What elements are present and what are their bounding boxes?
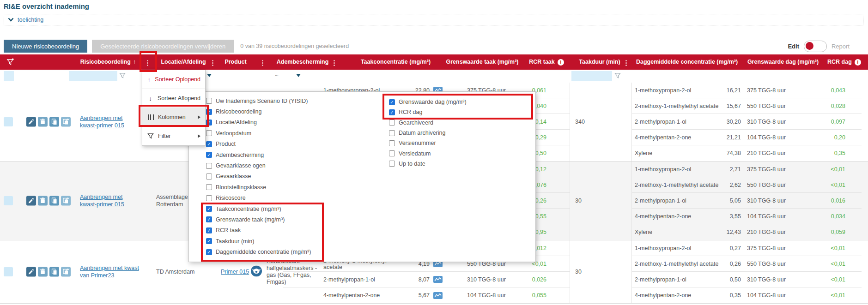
filter-input-taakduur[interactable] <box>571 71 612 81</box>
column-menu-icon[interactable] <box>334 60 335 61</box>
column-menu-icon[interactable] <box>262 60 263 61</box>
edit-icon[interactable] <box>26 117 36 127</box>
checkbox-checked-icon[interactable]: ✓ <box>206 227 212 233</box>
edit-icon[interactable] <box>26 267 36 277</box>
toelichting-collapsible[interactable]: toelichting <box>4 14 863 25</box>
column-header-locatie-afdeling[interactable]: Locatie/Afdeling <box>149 54 218 70</box>
edit-report-toggle[interactable] <box>804 41 827 52</box>
checkbox-checked-icon[interactable]: ✓ <box>206 120 212 126</box>
filter-dropdown-locatie[interactable] <box>207 74 212 77</box>
delete-icon[interactable] <box>38 117 48 127</box>
column-toggle-grenswaarde-taak-mg-m-[interactable]: ✓Grenswaarde taak (mg/m³) <box>206 214 311 225</box>
header-filter-icon[interactable] <box>6 58 14 67</box>
column-toggle-locatie-afdeling[interactable]: ✓Locatie/Afdeling <box>206 117 311 128</box>
column-toggle-verloopdatum[interactable]: Verloopdatum <box>206 128 311 138</box>
column-toggle-rcr-dag[interactable]: ✓RCR dag <box>389 107 467 117</box>
checkbox-unchecked-icon[interactable] <box>389 140 395 146</box>
column-menu-icon[interactable] <box>212 60 213 61</box>
checkbox-checked-icon[interactable]: ✓ <box>206 238 212 244</box>
column-header-risicobeoordeling[interactable]: Risicobeoordeling↑ <box>74 54 142 70</box>
checkbox-checked-icon[interactable]: ✓ <box>206 152 212 158</box>
column-toggle-risicoscore[interactable]: Risicoscore <box>206 193 311 203</box>
edit-icon[interactable] <box>26 196 36 206</box>
column-header-grenswaarde-dag-mg-m-[interactable]: Grenswaarde dag (mg/m³) <box>747 54 819 70</box>
column-menu-icon[interactable] <box>625 60 627 61</box>
column-header-rcr-dag[interactable]: RCR dagi <box>827 54 861 70</box>
assessment-link[interactable]: Aanbrengen met kwast-primer 015 <box>80 193 139 208</box>
checkbox-checked-icon[interactable]: ✓ <box>206 109 212 115</box>
checkbox-checked-icon[interactable]: ✓ <box>206 249 212 255</box>
row-checkbox[interactable] <box>4 117 13 126</box>
copy-add-icon[interactable] <box>61 117 71 127</box>
info-icon[interactable]: i <box>558 59 564 66</box>
row-checkbox[interactable] <box>4 267 13 276</box>
column-menu-icon[interactable] <box>147 60 148 61</box>
checkbox-unchecked-icon[interactable] <box>206 184 212 190</box>
checkbox-unchecked-icon[interactable] <box>206 98 212 104</box>
column-toggle-versiedatum[interactable]: Versiedatum <box>389 148 467 158</box>
checkbox-unchecked-icon[interactable] <box>389 150 395 156</box>
menu-item-filter[interactable]: Filter <box>142 127 205 145</box>
assessment-link[interactable]: Aanbrengen met kwast van Primer23 <box>80 264 139 279</box>
checkbox-checked-icon[interactable]: ✓ <box>389 99 395 105</box>
column-toggle-gevaarklasse-ogen[interactable]: Gevaarklasse ogen <box>206 160 311 171</box>
checkbox-checked-icon[interactable]: ✓ <box>206 141 212 147</box>
column-toggle-uw-inademings-scenario-id-yisid-[interactable]: Uw Inademings Scenario ID (YISID) <box>206 96 311 106</box>
menu-item-sorteer-oplopend[interactable]: ↑Sorteer Oplopend <box>142 70 205 89</box>
delete-icon[interactable] <box>38 196 48 206</box>
copy-add-icon[interactable] <box>61 267 71 277</box>
delete-icon[interactable] <box>38 267 48 277</box>
exposure-chart-icon[interactable] <box>430 276 446 283</box>
new-assessment-button[interactable]: Nieuwe risicobeoordeling <box>4 40 87 53</box>
checkbox-unchecked-icon[interactable] <box>389 130 395 136</box>
column-header-rcr-taak[interactable]: RCR taaki <box>528 54 565 70</box>
select-all-checkbox[interactable] <box>4 71 14 81</box>
checkbox-checked-icon[interactable]: ✓ <box>206 216 212 222</box>
info-icon[interactable]: i <box>855 59 861 66</box>
column-toggle-taakconcentratie-mg-m-[interactable]: ✓Taakconcentratie (mg/m³) <box>206 203 311 214</box>
filter-input-risicobeoordeling[interactable] <box>69 71 117 81</box>
column-toggle-product[interactable]: ✓Product <box>206 139 311 150</box>
product-link[interactable]: Primer 015 <box>221 269 253 275</box>
exposure-chart-icon[interactable] <box>430 292 446 299</box>
column-toggle-datum-archivering[interactable]: Datum archivering <box>389 128 467 138</box>
copy-icon[interactable] <box>49 196 59 206</box>
column-header-taakconcentratie-mg-m-[interactable]: Taakconcentratie (mg/m³) <box>346 54 445 70</box>
column-toggle-blootstellingsklasse[interactable]: Blootstellingsklasse <box>206 182 311 192</box>
funnel-icon[interactable] <box>119 72 126 80</box>
checkbox-unchecked-icon[interactable] <box>206 130 212 136</box>
assessment-link[interactable]: Aanbrengen met kwast-primer 015 <box>80 114 139 129</box>
row-checkbox[interactable] <box>4 196 13 205</box>
checkbox-checked-icon[interactable]: ✓ <box>389 109 395 115</box>
column-toggle-label: Blootstellingsklasse <box>216 184 266 191</box>
column-toggle-up-to-date[interactable]: Up to date <box>389 159 467 169</box>
column-header-product[interactable]: Product <box>215 54 256 70</box>
column-header-adembescherming[interactable]: Adembescherming <box>272 54 334 70</box>
checkbox-unchecked-icon[interactable] <box>206 195 212 201</box>
column-toggle-versienummer[interactable]: Versienummer <box>389 138 467 148</box>
copy-icon[interactable] <box>49 117 59 127</box>
filter-dropdown-product[interactable] <box>296 74 301 77</box>
checkbox-unchecked-icon[interactable] <box>389 120 395 126</box>
column-toggle-rcr-taak[interactable]: ✓RCR taak <box>206 225 311 236</box>
column-header-taakduur-min-[interactable]: Taakduur (min) <box>577 54 623 70</box>
menu-item-sorteer-aflopend[interactable]: ↓Sorteer Aflopend <box>142 89 205 108</box>
funnel-icon[interactable] <box>614 72 621 80</box>
copy-add-icon[interactable] <box>61 196 71 206</box>
column-toggle-risicobeoordeling[interactable]: ✓Risicobeoordeling <box>206 106 311 117</box>
checkbox-unchecked-icon[interactable] <box>389 161 395 167</box>
column-header-grenswaarde-taak-mg-m-[interactable]: Grenswaarde taak (mg/m³) <box>446 54 519 70</box>
column-toggle-gearchiveerd[interactable]: Gearchiveerd <box>389 118 467 128</box>
column-toggle-grenswaarde-dag-mg-m-[interactable]: ✓Grenswaarde dag (mg/m³) <box>389 97 467 107</box>
filter-operator[interactable]: ~ <box>275 72 279 79</box>
column-toggle-gevaarklasse[interactable]: Gevaarklasse <box>206 171 311 182</box>
copy-icon[interactable] <box>49 267 59 277</box>
column-toggle-daggemiddelde-concentratie-mg-m-[interactable]: ✓Daggemiddelde concentratie (mg/m³) <box>206 246 311 257</box>
column-toggle-taakduur-min-[interactable]: ✓Taakduur (min) <box>206 236 311 246</box>
column-header-daggemiddelde-concentratie-mg-m-[interactable]: Daggemiddelde concentratie (mg/m³) <box>636 54 737 70</box>
column-toggle-adembescherming[interactable]: ✓Adembescherming <box>206 150 311 160</box>
checkbox-unchecked-icon[interactable] <box>206 173 212 179</box>
checkbox-unchecked-icon[interactable] <box>206 163 212 169</box>
menu-item-kolommen[interactable]: Kolommen <box>142 108 205 127</box>
checkbox-checked-icon[interactable]: ✓ <box>206 206 212 212</box>
